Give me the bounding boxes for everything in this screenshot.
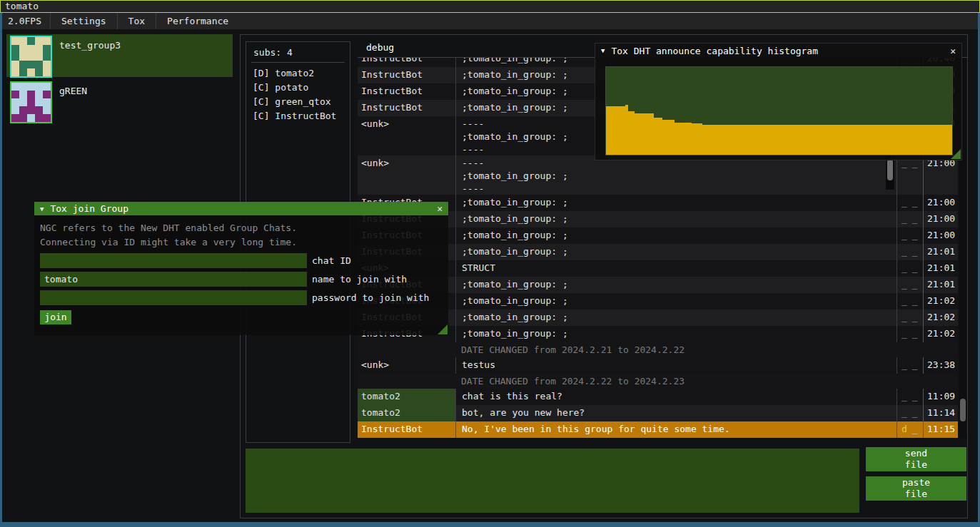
message-time: 21:02 <box>923 326 958 342</box>
collapse-arrow-icon[interactable]: ▼ <box>601 47 605 54</box>
menubar: 2.0FPS Settings Tox Performance <box>2 13 978 29</box>
collapse-arrow-icon[interactable]: ▼ <box>40 205 44 213</box>
info-text: Connecting via ID might take a very long… <box>40 235 448 250</box>
message-status: __ <box>896 244 923 260</box>
group-name: test_group3 <box>59 40 121 51</box>
os-titlebar[interactable]: tomato <box>0 0 980 13</box>
group-avatar <box>10 81 52 123</box>
message-time: 21:02 <box>923 293 958 309</box>
message-time: 11:14 <box>923 405 958 421</box>
histogram-bar <box>692 123 702 155</box>
message-status: __ <box>896 277 923 293</box>
message-time: 11:09 <box>923 389 958 405</box>
join-window-title: Tox join Group <box>50 203 128 214</box>
message-text: ;tomato_in_group: ; <box>455 211 896 227</box>
message-time: 21:00 <box>923 195 958 211</box>
tab-debug[interactable]: debug <box>366 42 394 53</box>
histogram-window-title: Tox DHT announce capability histogram <box>611 46 818 56</box>
sender-name: InstructBot <box>358 421 455 438</box>
sender-name: InstructBot <box>358 100 455 116</box>
menu-settings[interactable]: Settings <box>51 13 117 29</box>
message-text: ---- ;tomato_in_group: ; ---- <box>455 155 896 195</box>
join-button[interactable]: join <box>40 310 71 324</box>
join-name-label: name to join with <box>312 274 407 285</box>
sender-name: InstructBot <box>358 67 455 83</box>
sender-name: <unk> <box>358 155 455 195</box>
message-text: ;tomato_in_group: ; <box>455 309 896 326</box>
member-item[interactable]: [D] tomato2 <box>246 66 350 81</box>
send-file-button[interactable]: send file <box>866 447 966 471</box>
message-status: __ <box>896 195 923 211</box>
join-name-input[interactable]: tomato <box>40 272 307 287</box>
message-time: 21:01 <box>923 277 958 293</box>
histogram-window: ▼ Tox DHT announce capability histogram … <box>595 43 962 160</box>
message-row[interactable]: <unk>testus__23:38 <box>358 357 958 374</box>
message-status: __ <box>896 309 923 326</box>
paste-file-button[interactable]: paste file <box>866 476 966 501</box>
close-icon[interactable]: ✕ <box>437 203 443 214</box>
message-row[interactable]: <unk>---- ;tomato_in_group: ; ----__21:0… <box>358 155 958 195</box>
menu-performance[interactable]: Performance <box>156 13 239 29</box>
histogram-bar <box>702 125 952 155</box>
message-row[interactable]: tomato2bot, are you new here?__11:14 <box>358 405 958 421</box>
close-icon[interactable]: ✕ <box>950 46 956 56</box>
resize-grip[interactable] <box>438 324 448 334</box>
sender-name: tomato2 <box>358 405 455 421</box>
scrollbar-handle[interactable] <box>960 399 966 421</box>
date-changed-row: DATE CHANGED from 2024.2.21 to 2024.2.22 <box>358 342 958 357</box>
message-status: __ <box>896 357 923 374</box>
group-avatar <box>10 36 52 78</box>
message-text: chat is this real? <box>455 389 896 405</box>
histogram-plot <box>605 66 953 155</box>
message-status: __ <box>896 260 923 277</box>
group-name: gREEN <box>59 86 87 96</box>
message-time: 11:15 <box>923 421 958 438</box>
member-item[interactable]: [C] green_qtox <box>246 95 350 109</box>
message-time: 21:02 <box>923 309 958 326</box>
join-group-window: ▼ Tox join Group ✕ NGC refers to the New… <box>34 202 448 335</box>
message-text: bot, are you new here? <box>455 405 896 421</box>
join-window-body: NGC refers to the New DHT enabled Group … <box>34 215 448 335</box>
sender-name: InstructBot <box>358 83 455 100</box>
date-changed-row: DATE CHANGED from 2024.2.22 to 2024.2.23 <box>358 374 958 389</box>
sender-name: <unk> <box>358 116 455 155</box>
message-status: __ <box>896 405 923 421</box>
histogram-bar <box>675 123 692 155</box>
resize-grip[interactable] <box>951 149 961 159</box>
chat-id-input[interactable] <box>40 253 307 268</box>
window-border <box>0 13 2 527</box>
message-text: ;tomato_in_group: ; <box>455 244 896 260</box>
member-item[interactable]: [C] potato <box>246 81 350 95</box>
histogram-bar <box>635 113 654 155</box>
menu-tox[interactable]: Tox <box>118 13 156 29</box>
message-status: __ <box>896 227 923 244</box>
group-item-test_group3[interactable]: test_group3 <box>6 34 233 77</box>
join-password-input[interactable] <box>40 290 307 305</box>
message-text: ;tomato_in_group: ; <box>455 326 896 342</box>
scrollbar-handle[interactable] <box>887 159 893 180</box>
chat-id-label: chat ID <box>312 255 351 266</box>
join-window-titlebar[interactable]: ▼ Tox join Group ✕ <box>34 202 448 215</box>
message-text: STRUCT <box>455 260 896 277</box>
message-status: __ <box>896 389 923 405</box>
histogram-bar <box>628 111 635 155</box>
join-password-label: password to join with <box>312 292 429 303</box>
member-list: [D] tomato2 [C] potato [C] green_qtox [C… <box>246 66 350 123</box>
group-item-gREEN[interactable]: gREEN <box>6 80 233 123</box>
fps-indicator: 2.0FPS <box>2 13 50 29</box>
message-cell-scrollbar[interactable] <box>886 156 894 190</box>
message-time: 21:00 <box>923 155 958 195</box>
histogram-window-titlebar[interactable]: ▼ Tox DHT announce capability histogram … <box>595 44 961 58</box>
window-title: tomato <box>5 1 39 11</box>
message-text: testus <box>455 357 896 374</box>
chat-input[interactable] <box>246 449 859 513</box>
message-row[interactable]: InstructBotNo, I've been in this group f… <box>358 421 958 438</box>
message-time: 21:00 <box>923 227 958 244</box>
sender-name: InstructBot <box>358 58 455 67</box>
message-row[interactable]: tomato2chat is this real?__11:09 <box>358 389 958 405</box>
message-time: 21:00 <box>923 211 958 227</box>
message-status: __ <box>896 211 923 227</box>
histogram-bar <box>606 106 625 155</box>
member-item[interactable]: [C] InstructBot <box>246 109 350 123</box>
message-time: 21:01 <box>923 244 958 260</box>
